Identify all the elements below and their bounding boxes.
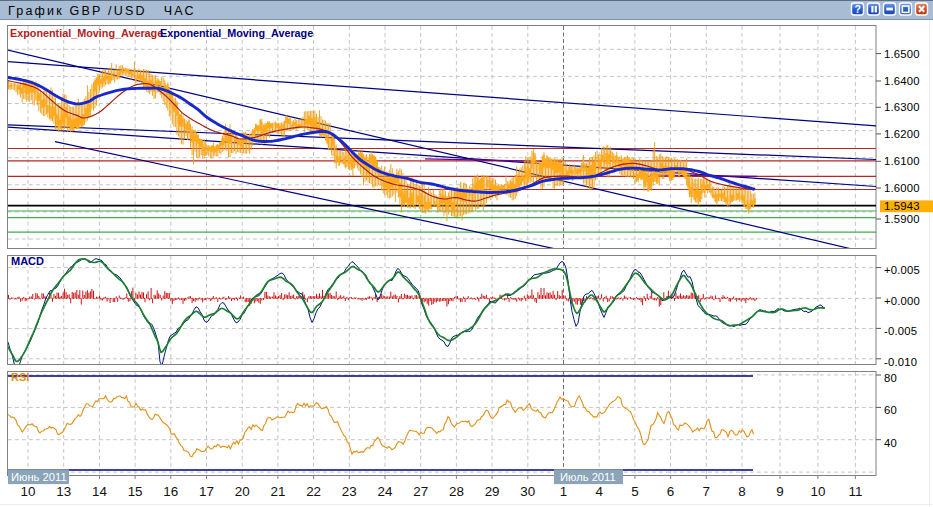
svg-text:4: 4 — [595, 484, 603, 499]
svg-text:RSI: RSI — [11, 371, 29, 383]
svg-text:8: 8 — [738, 484, 745, 499]
svg-text:1.6400: 1.6400 — [884, 75, 920, 87]
svg-text:9: 9 — [776, 484, 783, 499]
svg-text:1.6500: 1.6500 — [884, 48, 920, 60]
svg-text:Exponential_Moving_Average: Exponential_Moving_Average — [160, 27, 313, 39]
svg-text:Июнь 2011: Июнь 2011 — [11, 471, 67, 483]
svg-text:28: 28 — [449, 484, 464, 499]
svg-text:10: 10 — [21, 484, 36, 499]
svg-text:40: 40 — [884, 437, 897, 449]
svg-text:Июль 2011: Июль 2011 — [560, 471, 616, 483]
svg-text:10: 10 — [810, 484, 825, 499]
svg-text:+0.005: +0.005 — [884, 264, 920, 276]
svg-text:24: 24 — [378, 484, 393, 499]
svg-text:22: 22 — [306, 484, 321, 499]
svg-text:6: 6 — [667, 484, 674, 499]
svg-text:1.6300: 1.6300 — [884, 101, 920, 113]
svg-text:+0.000: +0.000 — [884, 295, 920, 307]
svg-text:21: 21 — [270, 484, 285, 499]
svg-text:Exponential_Moving_Average: Exponential_Moving_Average — [10, 27, 163, 39]
svg-text:11: 11 — [848, 484, 862, 499]
svg-text:13: 13 — [56, 484, 71, 499]
svg-text:1.5943: 1.5943 — [884, 200, 920, 212]
svg-text:График GBP /USD ЧАС: График GBP /USD ЧАС — [8, 4, 196, 18]
svg-text:MACD: MACD — [11, 255, 44, 267]
svg-text:80: 80 — [884, 372, 897, 384]
svg-text:15: 15 — [128, 484, 143, 499]
svg-text:14: 14 — [92, 484, 107, 499]
svg-text:30: 30 — [520, 484, 535, 499]
svg-text:-0.010: -0.010 — [884, 356, 917, 368]
svg-text:1: 1 — [560, 484, 567, 499]
svg-text:1.5900: 1.5900 — [884, 213, 920, 225]
svg-text:1.6200: 1.6200 — [884, 128, 920, 140]
svg-text:60: 60 — [884, 404, 897, 416]
svg-text:?: ? — [854, 3, 860, 15]
svg-text:16: 16 — [163, 484, 178, 499]
svg-text:-0.005: -0.005 — [884, 325, 917, 337]
svg-text:29: 29 — [485, 484, 500, 499]
svg-text:1.6100: 1.6100 — [884, 155, 920, 167]
svg-text:17: 17 — [199, 484, 214, 499]
svg-text:5: 5 — [631, 484, 638, 499]
svg-text:23: 23 — [342, 484, 357, 499]
svg-text:1.6000: 1.6000 — [884, 182, 920, 194]
svg-text:7: 7 — [703, 484, 710, 499]
svg-text:27: 27 — [413, 484, 428, 499]
svg-text:20: 20 — [235, 484, 250, 499]
